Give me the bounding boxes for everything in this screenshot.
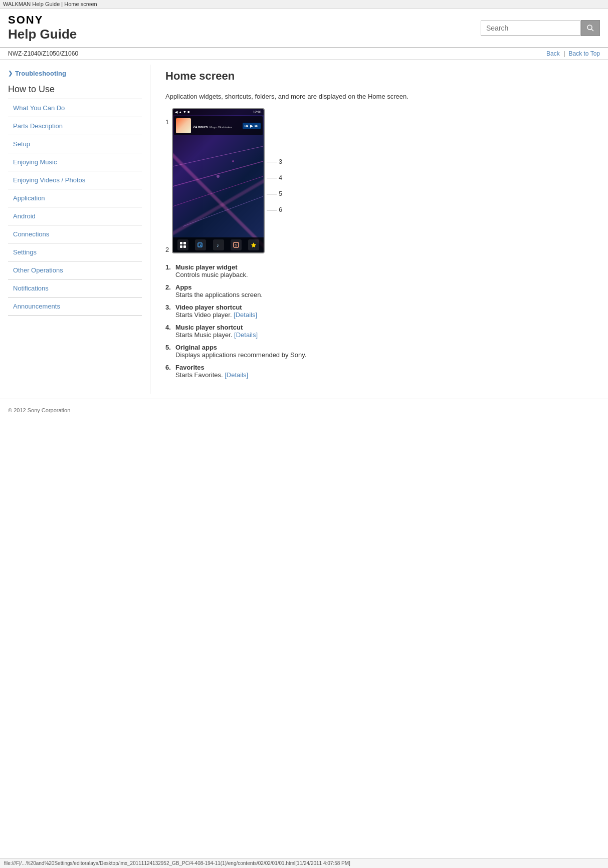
item-num-4: 4. [165, 324, 175, 331]
track-name: 24 hours [193, 125, 208, 129]
label-6: 6 [267, 206, 282, 213]
svg-point-6 [217, 175, 220, 178]
numbered-list: 1. Music player widget Controls music pl… [165, 263, 593, 379]
item-title-1: Music player widget [175, 263, 593, 271]
back-to-top-link[interactable]: Back to Top [569, 50, 600, 57]
sidebar-items-list: What You Can Do Parts Description Setup … [8, 99, 142, 316]
status-left: ◀ ▲ ▼ ■ [175, 110, 189, 114]
page-intro: Application widgets, shortcuts, folders,… [165, 93, 593, 100]
screen-body [173, 136, 264, 140]
back-link[interactable]: Back [546, 50, 560, 57]
sidebar-item-enjoying-music[interactable]: Enjoying Music [8, 153, 142, 171]
detail-link-3[interactable]: [Details] [234, 311, 257, 319]
item-num-5: 5. [165, 344, 175, 351]
svg-line-3 [173, 161, 263, 186]
favorites-icon [251, 242, 257, 248]
item-title-4: Music player shortcut [175, 324, 593, 331]
sidebar-item-enjoying-videos-photos[interactable]: Enjoying Videos / Photos [8, 171, 142, 189]
list-item-3: 3. Video player shortcut Starts Video pl… [165, 304, 593, 319]
nav-bar: NWZ-Z1040/Z1050/Z1060 Back | Back to Top [0, 48, 608, 60]
sidebar-item-setup[interactable]: Setup [8, 135, 142, 153]
label-4: 4 [267, 174, 282, 181]
search-container [481, 20, 600, 36]
item-num-6: 6. [165, 364, 175, 371]
dash-5 [267, 194, 277, 194]
svg-rect-10 [180, 245, 182, 248]
music-widget: 24 hours Mayo Okakisaka ⏮ ▶ ⏭ [174, 116, 263, 135]
list-item-1: 1. Music player widget Controls music pl… [165, 263, 593, 278]
copyright: © 2012 Sony Corporation [8, 407, 70, 413]
svg-rect-8 [180, 242, 182, 244]
play-btn: ▶ [250, 124, 253, 128]
item-desc-2: Starts the applications screen. [175, 291, 593, 299]
item-desc-6: Starts Favorites. [Details] [175, 371, 593, 379]
header: SONY Help Guide [0, 9, 608, 48]
search-button[interactable] [581, 20, 600, 36]
item-content-5: Original apps Displays applications reco… [175, 344, 593, 359]
content-area: Troubleshooting How to Use What You Can … [0, 60, 608, 399]
detail-link-6[interactable]: [Details] [225, 371, 248, 379]
sidebar-how-to-use: How to Use [8, 84, 142, 95]
list-item-5: 5. Original apps Displays applications r… [165, 344, 593, 359]
svg-point-7 [232, 160, 234, 162]
troubleshooting-link[interactable]: Troubleshooting [8, 70, 142, 77]
item-desc-5: Displays applications recommended by Son… [175, 351, 593, 359]
sidebar-item-announcements[interactable]: Announcements [8, 298, 142, 316]
title-bar: WALKMAN Help Guide | Home screen [0, 0, 608, 9]
dash-6 [267, 210, 277, 210]
detail-link-4[interactable]: [Details] [234, 331, 258, 339]
footer: © 2012 Sony Corporation [0, 399, 608, 421]
screen-image-container: 1 2 ◀ ▲ ▼ ■ 12:01 24 hours Mayo Okakisak… [165, 108, 593, 253]
list-item-6: 6. Favorites Starts Favorites. [Details] [165, 364, 593, 379]
sidebar-item-android[interactable]: Android [8, 207, 142, 225]
dash-3 [267, 162, 277, 162]
svg-rect-11 [183, 245, 186, 248]
sidebar-item-parts-description[interactable]: Parts Description [8, 117, 142, 135]
dash-4 [267, 178, 277, 178]
svg-line-1 [591, 29, 593, 31]
taskbar-favorites [248, 239, 259, 250]
apps-icon [180, 242, 186, 248]
item-num-1: 1. [165, 263, 175, 271]
model-number: NWZ-Z1040/Z1050/Z1060 [8, 50, 78, 57]
status-bar: ◀ ▲ ▼ ■ 12:01 [173, 109, 264, 115]
prev-btn: ⏮ [245, 124, 249, 128]
search-input[interactable] [481, 21, 581, 36]
screen-mockup: ◀ ▲ ▼ ■ 12:01 24 hours Mayo Okakisaka ⏮ … [172, 108, 265, 253]
label-2: 2 [165, 246, 169, 253]
item-num-2: 2. [165, 283, 175, 291]
album-art [176, 118, 191, 133]
item-desc-1: Controls music playback. [175, 271, 593, 278]
taskbar-apps [177, 239, 188, 250]
sidebar-item-application[interactable]: Application [8, 189, 142, 207]
sidebar-item-connections[interactable]: Connections [8, 225, 142, 243]
item-content-4: Music player shortcut Starts Music playe… [175, 324, 593, 339]
item-title-6: Favorites [175, 364, 593, 371]
sidebar-item-notifications[interactable]: Notifications [8, 279, 142, 298]
list-item-2: 2. Apps Starts the applications screen. [165, 283, 593, 299]
item-num-3: 3. [165, 304, 175, 311]
item-title-3: Video player shortcut [175, 304, 593, 311]
item-desc-4: Starts Music player. [Details] [175, 331, 593, 339]
nav-links: Back | Back to Top [546, 50, 600, 57]
help-guide-title: Help Guide [8, 27, 77, 42]
header-left: SONY Help Guide [8, 14, 77, 42]
sidebar-item-settings[interactable]: Settings [8, 243, 142, 261]
svg-line-2 [173, 146, 263, 166]
item-content-1: Music player widget Controls music playb… [175, 263, 593, 278]
right-labels: 3 4 5 6 [267, 108, 282, 253]
main-content: Home screen Application widgets, shortcu… [150, 65, 608, 394]
sidebar-item-other-operations[interactable]: Other Operations [8, 261, 142, 279]
sony-logo: SONY [8, 14, 77, 27]
svg-rect-9 [183, 242, 186, 244]
wallpaper-svg [173, 136, 264, 236]
svg-marker-17 [251, 242, 256, 247]
sidebar: Troubleshooting How to Use What You Can … [0, 65, 150, 394]
nav-separator: | [563, 50, 565, 57]
item-content-2: Apps Starts the applications screen. [175, 283, 593, 299]
search-icon [586, 24, 594, 32]
item-content-3: Video player shortcut Starts Video playe… [175, 304, 593, 319]
next-btn: ⏭ [255, 124, 259, 128]
item-title-5: Original apps [175, 344, 593, 351]
sidebar-item-what-you-can-do[interactable]: What You Can Do [8, 99, 142, 117]
